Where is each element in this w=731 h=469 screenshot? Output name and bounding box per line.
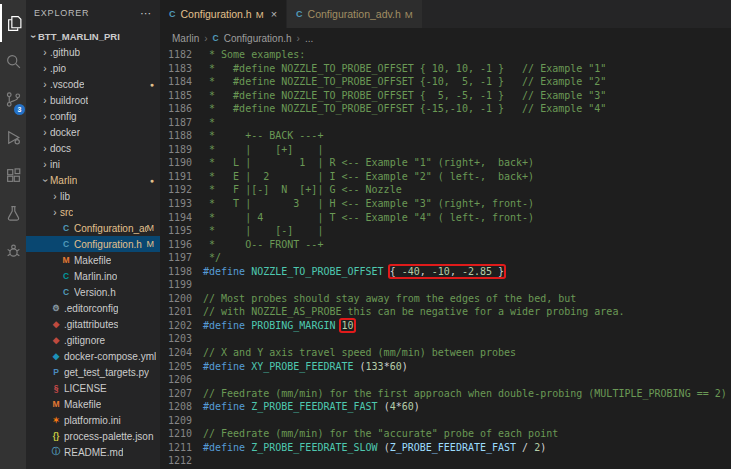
code-line[interactable]: 1206	[160, 373, 731, 387]
code-token: }	[492, 266, 504, 277]
code-line[interactable]: 1184 * #define NOZZLE_TO_PROBE_OFFSET {-…	[160, 75, 731, 89]
code-line[interactable]: 1190 * L | 1 | R <-- Example "1" (right+…	[160, 156, 731, 170]
code-line[interactable]: 1200// Most probes should stay away from…	[160, 292, 731, 306]
folder-item-ini[interactable]: ›ini	[26, 156, 160, 172]
code-text: #define Z_PROBE_FEEDRATE_SLOW (Z_PROBE_F…	[203, 441, 546, 455]
code-line[interactable]: 1192 * F |[-] N [+]| G <-- Nozzle	[160, 183, 731, 197]
file-type-icon: C	[296, 9, 303, 19]
code-line[interactable]: 1209	[160, 414, 731, 428]
explorer-icon[interactable]	[0, 4, 26, 42]
explorer-actions-button[interactable]: ⋯	[140, 7, 152, 20]
explorer-header: EXPLORER ⋯	[26, 0, 160, 26]
code-line[interactable]: 1196 * O-- FRONT --+	[160, 238, 731, 252]
code-line[interactable]: 1199	[160, 278, 731, 292]
breadcrumb-item[interactable]: Configuration.h	[224, 33, 292, 44]
code-line[interactable]: 1208#define Z_PROBE_FEEDRATE_FAST (4*60)	[160, 400, 731, 414]
code-line[interactable]: 1186 * #define NOZZLE_TO_PROBE_OFFSET {-…	[160, 102, 731, 116]
file-item-Configuration_adv.h[interactable]: CConfiguration_adv.hM	[26, 220, 160, 236]
scm-badge: 3	[14, 104, 25, 115]
file-item-Makefile[interactable]: MMakefile	[26, 396, 160, 412]
folder-item-.vscode[interactable]: ›.vscode●	[26, 76, 160, 92]
code-line[interactable]: 1205#define XY_PROBE_FEEDRATE (133*60)	[160, 360, 731, 374]
code-line[interactable]: 1195 * | [-] |	[160, 224, 731, 238]
item-label: Makefile	[74, 255, 111, 266]
code-line[interactable]: 1188 * +-- BACK ---+	[160, 129, 731, 143]
item-label: process-palette.json	[64, 431, 154, 442]
folder-item-lib[interactable]: ›lib	[26, 188, 160, 204]
code-line[interactable]: 1204// X and Y axis travel speed (mm/min…	[160, 346, 731, 360]
code-line[interactable]: 1201// with NOZZLE_AS_PROBE this can be …	[160, 305, 731, 319]
code-text: // Most probes should stay away from the…	[203, 292, 576, 306]
folder-item-src[interactable]: ›src	[26, 204, 160, 220]
tab-Configuration.h[interactable]: CConfiguration.hM×	[160, 0, 287, 28]
run-debug-icon[interactable]	[0, 118, 26, 156]
code-line[interactable]: 1211#define Z_PROBE_FEEDRATE_SLOW (Z_PRO…	[160, 441, 731, 455]
code-token: * E | 2 | I <-- Example "2" ( left-, bac…	[203, 171, 534, 182]
source-control-icon[interactable]: 3	[0, 80, 26, 118]
file-item-.gitignore[interactable]: ◆.gitignore	[26, 332, 160, 348]
file-item-get_test_targets.py[interactable]: Pget_test_targets.py	[26, 364, 160, 380]
folder-item-buildroot[interactable]: ›buildroot	[26, 92, 160, 108]
breadcrumb-item[interactable]: ...	[305, 33, 313, 44]
code-line[interactable]: 1207// Feedrate (mm/min) for the first a…	[160, 387, 731, 401]
file-item-Makefile[interactable]: MMakefile	[26, 252, 160, 268]
code-line[interactable]: 1194 * | 4 | T <-- Example "4" ( left-, …	[160, 211, 731, 225]
code-line[interactable]: 1193 * T | 3 | H <-- Example "3" (right+…	[160, 197, 731, 211]
extensions-icon[interactable]	[0, 156, 26, 194]
line-number: 1199	[160, 278, 203, 292]
code-token: #define	[203, 442, 251, 453]
git-modified-badge: M	[405, 9, 413, 20]
folder-item-Marlin[interactable]: ›Marlin●	[26, 172, 160, 188]
code-text: * Some examples:	[203, 48, 305, 62]
code-token: {	[390, 266, 402, 277]
folder-item-docs[interactable]: ›docs	[26, 140, 160, 156]
file-icon: M	[50, 399, 62, 409]
file-item-.editorconfig[interactable]: ⚙.editorconfig	[26, 300, 160, 316]
code-line[interactable]: 1212	[160, 454, 731, 468]
code-text: * #define NOZZLE_TO_PROBE_OFFSET { 5, -5…	[203, 89, 606, 103]
bug-icon[interactable]	[0, 232, 26, 270]
item-label: docker-compose.yml	[64, 351, 156, 362]
code-line[interactable]: 1191 * E | 2 | I <-- Example "2" ( left-…	[160, 170, 731, 184]
file-item-platformio.ini[interactable]: ✶platformio.ini	[26, 412, 160, 428]
chevron-right-icon: ›	[40, 63, 50, 74]
code-token: *	[203, 117, 215, 128]
line-number: 1209	[160, 414, 203, 428]
code-line[interactable]: 1183 * #define NOZZLE_TO_PROBE_OFFSET { …	[160, 62, 731, 76]
file-item-docker-compose.yml[interactable]: ◆docker-compose.yml	[26, 348, 160, 364]
code-line[interactable]: 1187 *	[160, 116, 731, 130]
code-line[interactable]: 1198#define NOZZLE_TO_PROBE_OFFSET { -40…	[160, 265, 731, 279]
folder-item-config[interactable]: ›config	[26, 108, 160, 124]
file-item-LICENSE[interactable]: §LICENSE	[26, 380, 160, 396]
modified-dot: ●	[150, 81, 160, 88]
file-item-Configuration.h[interactable]: CConfiguration.hM	[26, 236, 160, 252]
line-number: 1211	[160, 441, 203, 455]
code-area[interactable]: 1182 * Some examples:1183 * #define NOZZ…	[160, 48, 731, 469]
file-item-process-palette.json[interactable]: {}process-palette.json	[26, 428, 160, 444]
code-line[interactable]: 1189 * | [+] |	[160, 143, 731, 157]
code-line[interactable]: 1210// Feedrate (mm/min) for the "accura…	[160, 427, 731, 441]
folder-item-.github[interactable]: ›.github	[26, 44, 160, 60]
code-line[interactable]: 1185 * #define NOZZLE_TO_PROBE_OFFSET { …	[160, 89, 731, 103]
code-line[interactable]: 1197 */	[160, 251, 731, 265]
breadcrumb-item[interactable]: Marlin	[172, 33, 199, 44]
test-flask-icon[interactable]	[0, 194, 26, 232]
file-item-Version.h[interactable]: CVersion.h	[26, 284, 160, 300]
file-item-Marlin.ino[interactable]: CMarlin.ino	[26, 268, 160, 284]
folder-item-BTT_MARLIN_PRI[interactable]: ›BTT_MARLIN_PRI	[26, 28, 160, 44]
folder-item-docker[interactable]: ›docker	[26, 124, 160, 140]
code-token: // Most probes should stay away from the…	[203, 293, 576, 304]
file-icon: ◆	[50, 319, 62, 329]
file-item-.gitattributes[interactable]: ◆.gitattributes	[26, 316, 160, 332]
code-line[interactable]: 1202#define PROBING_MARGIN 10	[160, 319, 731, 333]
close-tab-icon[interactable]: ×	[271, 8, 277, 20]
item-label: docker	[50, 127, 80, 138]
code-line[interactable]: 1203	[160, 332, 731, 346]
file-item-README.md[interactable]: ⓘREADME.md	[26, 444, 160, 460]
code-line[interactable]: 1182 * Some examples:	[160, 48, 731, 62]
tab-Configuration_adv.h[interactable]: CConfiguration_adv.hM	[287, 0, 423, 28]
code-token: * T | 3 | H <-- Example "3" (right+, fro…	[203, 198, 534, 209]
search-icon[interactable]	[0, 42, 26, 80]
folder-item-.pio[interactable]: ›.pio	[26, 60, 160, 76]
line-number: 1202	[160, 319, 203, 333]
